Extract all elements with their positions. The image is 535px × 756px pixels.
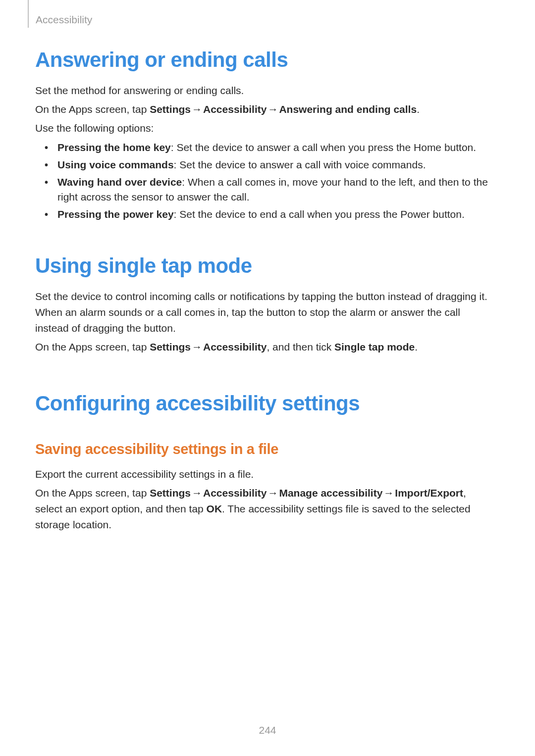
section3-para: Export the current accessibility setting… [35,466,491,482]
nav-prefix: On the Apps screen, tap [35,341,150,353]
list-item: Pressing the power key: Set the device t… [42,207,491,222]
bullet-label: Pressing the power key [57,208,174,220]
bullet-desc: : Set the device to answer a call when y… [171,142,476,153]
bullet-desc: : Set the device to answer a call with v… [174,159,426,170]
page-content: Answering or ending calls Set the method… [35,48,491,536]
heading-configuring-accessibility: Configuring accessibility settings [35,392,491,415]
subheading-saving-file: Saving accessibility settings in a file [35,441,491,457]
section1-options-list: Pressing the home key: Set the device to… [35,140,491,222]
nav-prefix: On the Apps screen, tap [35,103,150,115]
nav-import-export: Import/Export [395,487,463,499]
nav-manage: Manage accessibility [279,487,382,499]
nav-settings: Settings [150,341,191,353]
arrow-icon: → [382,487,395,499]
section2-navigation: On the Apps screen, tap Settings→Accessi… [35,339,491,355]
nav-target: Answering and ending calls [279,103,417,115]
arrow-icon: → [267,103,279,115]
list-item: Using voice commands: Set the device to … [42,157,491,172]
nav-accessibility: Accessibility [203,487,267,499]
nav-suffix: . [415,341,418,353]
bullet-label: Waving hand over device [57,176,182,188]
arrow-icon: → [267,487,279,499]
nav-prefix: On the Apps screen, tap [35,487,150,499]
section2-para: Set the device to control incoming calls… [35,289,491,336]
nav-accessibility: Accessibility [203,341,267,353]
heading-answering-calls: Answering or ending calls [35,48,491,72]
section1-navigation: On the Apps screen, tap Settings→Accessi… [35,101,491,117]
breadcrumb: Accessibility [36,14,92,26]
arrow-icon: → [191,341,203,353]
section1-options-intro: Use the following options: [35,120,491,136]
header-divider [28,0,29,28]
bullet-label: Using voice commands [57,159,174,170]
bullet-label: Pressing the home key [57,142,171,153]
section3-navigation: On the Apps screen, tap Settings→Accessi… [35,485,491,533]
nav-settings: Settings [150,103,191,115]
page-number: 244 [0,724,535,736]
arrow-icon: → [191,487,203,499]
list-item: Pressing the home key: Set the device to… [42,140,491,155]
list-item: Waving hand over device: When a call com… [42,175,491,204]
nav-settings: Settings [150,487,191,499]
bullet-desc: : Set the device to end a call when you … [174,208,465,220]
heading-single-tap: Using single tap mode [35,254,491,278]
nav-ok: OK [207,503,222,514]
nav-text: , and then tick [267,341,334,353]
section1-intro: Set the method for answering or ending c… [35,83,491,99]
arrow-icon: → [191,103,203,115]
nav-target: Single tap mode [334,341,415,353]
nav-accessibility: Accessibility [203,103,267,115]
